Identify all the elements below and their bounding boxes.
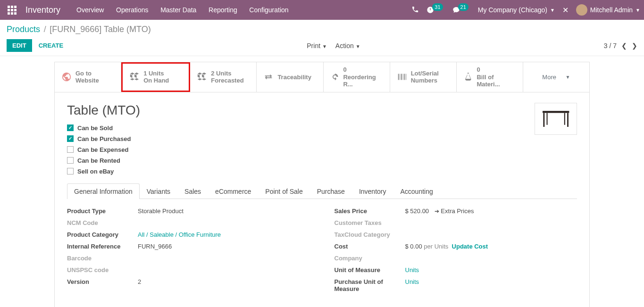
tab-general[interactable]: General Information xyxy=(67,183,140,199)
chk-purchased[interactable] xyxy=(67,135,74,142)
svg-rect-3 xyxy=(546,113,547,125)
stat-reordering[interactable]: 0Reordering R... xyxy=(324,62,390,92)
arrow-icon: ➔ xyxy=(435,208,439,215)
svg-rect-2 xyxy=(567,113,569,127)
barcode-icon xyxy=(397,72,407,82)
breadcrumb-current: [FURN_9666] Table (MTO) xyxy=(50,25,151,34)
tab-variants[interactable]: Variants xyxy=(140,183,177,199)
tab-ecommerce[interactable]: eCommerce xyxy=(208,183,258,199)
extra-prices-link[interactable]: ➔ Extra Prices xyxy=(435,207,474,215)
lbl-ncm: NCM Code xyxy=(67,219,138,226)
user-label: Mitchell Admin xyxy=(590,6,633,14)
lbl-barcode: Barcode xyxy=(67,255,138,262)
user-menu[interactable]: Mitchell Admin ▼ xyxy=(576,4,640,16)
tab-sales[interactable]: Sales xyxy=(177,183,208,199)
svg-rect-0 xyxy=(543,111,569,113)
caret-icon: ▼ xyxy=(636,8,640,13)
caret-icon: ▼ xyxy=(322,44,327,49)
svg-rect-4 xyxy=(564,113,565,125)
val-sales-price: $ 520.00 xyxy=(405,207,429,215)
chk-purchased-label: Can be Purchased xyxy=(77,135,131,142)
tabs: General Information Variants Sales eComm… xyxy=(67,183,577,199)
lbl-unspsc: UNSPSC code xyxy=(67,266,138,274)
svg-rect-1 xyxy=(543,113,544,127)
tab-inventory[interactable]: Inventory xyxy=(352,183,393,199)
chk-ebay[interactable] xyxy=(67,168,74,174)
lbl-taxcloud: TaxCloud Category xyxy=(335,231,405,238)
chk-expensed[interactable] xyxy=(67,146,74,153)
pager: 3 / 7 ❮ ❯ xyxy=(604,42,637,50)
company-switcher[interactable]: My Company (Chicago) ▼ xyxy=(478,6,555,14)
menu-reporting[interactable]: Reporting xyxy=(209,6,237,14)
val-cost: $ 0.00 xyxy=(405,243,422,250)
flask-icon xyxy=(463,72,473,82)
print-dropdown[interactable]: Print ▼ xyxy=(307,42,327,50)
menu-operations[interactable]: Operations xyxy=(116,6,148,14)
lbl-internal-ref: Internal Reference xyxy=(67,243,138,250)
stat-traceability[interactable]: Traceability xyxy=(257,62,323,92)
stat-lot-serial[interactable]: Lot/SerialNumbers xyxy=(390,62,457,92)
val-barcode xyxy=(138,255,310,262)
breadcrumb-root[interactable]: Products xyxy=(7,25,40,34)
lbl-puom: Purchase Unit of Measure xyxy=(335,278,405,292)
val-taxcloud xyxy=(405,231,577,238)
main-menu: Overview Operations Master Data Reportin… xyxy=(76,6,299,14)
stat-forecast[interactable]: 2 UnitsForecasted xyxy=(190,62,257,92)
tab-accounting[interactable]: Accounting xyxy=(393,183,440,199)
lbl-product-type: Product Type xyxy=(67,207,138,215)
lbl-cust-taxes: Customer Taxes xyxy=(335,219,405,226)
boxes-icon xyxy=(129,72,140,82)
tab-pos[interactable]: Point of Sale xyxy=(258,183,309,199)
stat-bom[interactable]: 0Bill of Materi... xyxy=(457,62,523,92)
messages-icon[interactable]: 21 xyxy=(452,6,470,14)
phone-icon[interactable] xyxy=(411,6,419,15)
form-sheet: Go toWebsite 1 UnitsOn Hand 2 UnitsForec… xyxy=(54,62,590,307)
stat-website[interactable]: Go toWebsite xyxy=(55,62,121,92)
val-internal-ref: FURN_9666 xyxy=(138,243,310,250)
chk-sold-label: Can be Sold xyxy=(77,124,113,132)
menu-master-data[interactable]: Master Data xyxy=(160,6,196,14)
chk-rented[interactable] xyxy=(67,157,74,164)
edit-button[interactable]: EDIT xyxy=(7,39,32,52)
val-puom[interactable]: Units xyxy=(405,278,419,285)
update-cost-link[interactable]: Update Cost xyxy=(452,243,488,250)
globe-icon xyxy=(61,72,72,82)
stat-onhand[interactable]: 1 UnitsOn Hand xyxy=(121,62,190,92)
topbar: Inventory Overview Operations Master Dat… xyxy=(0,0,644,20)
lbl-cost: Cost xyxy=(335,243,405,250)
refresh-icon xyxy=(330,72,340,82)
app-title[interactable]: Inventory xyxy=(25,5,60,15)
val-product-type: Storable Product xyxy=(138,207,310,215)
val-category[interactable]: All / Saleable / Office Furniture xyxy=(138,231,221,238)
tab-general-content: Product TypeStorable Product NCM Code Pr… xyxy=(67,199,577,297)
apps-icon[interactable] xyxy=(7,5,17,15)
boxes-icon xyxy=(197,72,207,82)
val-uom[interactable]: Units xyxy=(405,266,419,274)
pager-text: 3 / 7 xyxy=(604,42,617,50)
product-image[interactable] xyxy=(535,103,577,135)
val-cust-taxes xyxy=(405,219,577,226)
messages-badge: 21 xyxy=(458,3,468,11)
activities-icon[interactable]: 31 xyxy=(427,6,444,14)
pager-next-icon[interactable]: ❯ xyxy=(632,42,637,50)
menu-configuration[interactable]: Configuration xyxy=(249,6,288,14)
company-label: My Company (Chicago) xyxy=(478,6,547,14)
activities-badge: 31 xyxy=(432,3,443,11)
action-dropdown[interactable]: Action ▼ xyxy=(335,42,360,50)
val-unspsc xyxy=(138,266,310,274)
stat-more[interactable]: More ▼ xyxy=(523,62,589,92)
stat-buttons: Go toWebsite 1 UnitsOn Hand 2 UnitsForec… xyxy=(55,62,589,92)
pager-prev-icon[interactable]: ❮ xyxy=(621,42,627,50)
exchange-icon xyxy=(263,72,274,82)
lbl-sales-price: Sales Price xyxy=(335,207,405,215)
tab-purchase[interactable]: Purchase xyxy=(310,183,352,199)
chk-sold[interactable] xyxy=(67,124,74,131)
close-icon[interactable]: ✕ xyxy=(562,6,569,15)
check-list: Can be Sold Can be Purchased Can be Expe… xyxy=(67,124,140,175)
val-cost-per: per Units xyxy=(424,243,448,250)
chk-rented-label: Can be Rented xyxy=(77,157,120,164)
table-icon xyxy=(539,106,572,131)
val-version: 2 xyxy=(138,278,310,285)
menu-overview[interactable]: Overview xyxy=(76,6,104,14)
create-button[interactable]: CREATE xyxy=(39,42,63,49)
